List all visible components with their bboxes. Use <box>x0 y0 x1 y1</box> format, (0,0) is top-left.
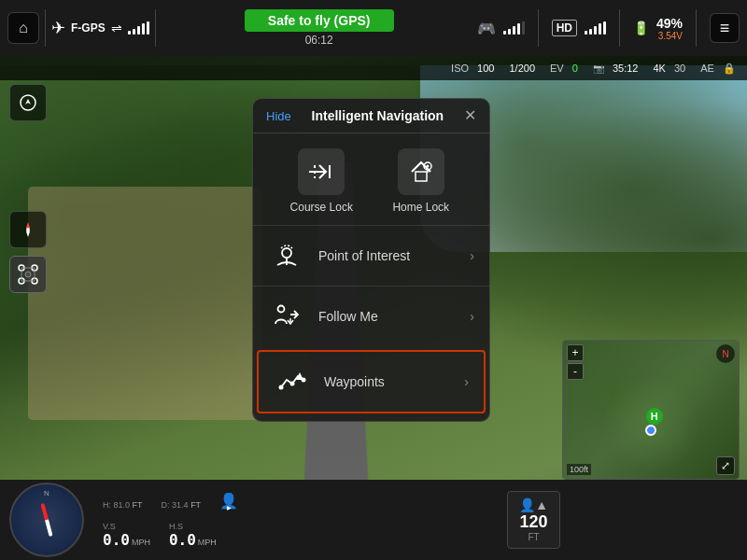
distance-value: 31.4 <box>172 500 189 510</box>
takeoff-button[interactable] <box>9 84 47 121</box>
divider-4 <box>619 9 620 47</box>
intelligent-navigation-modal: Hide Intelligent Navigation ✕ Course Loc… <box>252 98 490 422</box>
hs-label: H.S <box>169 522 217 531</box>
person-icon-display: 👤 ▲ <box>219 492 238 518</box>
shutter-display: 1/200 <box>509 63 535 74</box>
altitude-value: 120 <box>520 512 548 532</box>
svg-rect-14 <box>416 172 427 181</box>
iso-label: ISO <box>451 63 469 74</box>
waypoints-chevron: › <box>464 374 469 389</box>
resolution-value: 4K <box>653 63 665 74</box>
hs-display: H.S 0.0 MPH <box>169 522 217 549</box>
gps-status-badge: Safe to fly (GPS) <box>245 9 394 32</box>
follow-me-item[interactable]: Follow Me › <box>253 286 489 346</box>
svg-point-18 <box>282 248 291 258</box>
course-lock-button[interactable]: Course Lock <box>284 148 359 214</box>
record-time: 35:12 <box>613 63 639 74</box>
svg-point-16 <box>426 165 429 168</box>
point-of-interest-item[interactable]: Point of Interest › <box>253 225 489 286</box>
needle-north <box>40 503 49 520</box>
home-lock-label: Home Lock <box>392 201 449 214</box>
waypoints-label: Waypoints <box>324 374 451 389</box>
hs-value: 0.0 <box>169 531 196 549</box>
map-compass: N <box>716 344 735 363</box>
hd-label: HD <box>552 20 577 36</box>
record-time-display: 📷 35:12 <box>593 63 639 74</box>
battery-percent: 49% <box>656 16 683 31</box>
drone-view-button[interactable] <box>9 256 47 293</box>
fps-value: 30 <box>674 63 685 74</box>
iso-value: 100 <box>477 63 494 74</box>
compass-button[interactable] <box>9 211 47 248</box>
height-label: H: 81.0 FT <box>103 500 143 510</box>
map-zoom-controls: + - <box>567 344 584 380</box>
zoom-out-button[interactable]: - <box>567 363 584 380</box>
height-display: H: 81.0 FT <box>103 500 143 510</box>
zoom-in-button[interactable]: + <box>567 344 584 361</box>
compass-area: N <box>0 480 93 560</box>
modal-top-icons: Course Lock Home Lock <box>253 133 489 225</box>
follow-me-icon <box>268 300 305 333</box>
hs-unit: MPH <box>198 538 217 547</box>
shutter-value: 1/200 <box>509 63 535 74</box>
left-sidebar <box>9 84 50 293</box>
divider-1 <box>45 9 46 47</box>
vs-value: 0.0 <box>103 531 130 549</box>
modal-header: Hide Intelligent Navigation ✕ <box>253 99 489 133</box>
battery-icon: 🔋 <box>633 21 649 35</box>
ae-label: AE <box>700 63 714 74</box>
home-marker: H <box>646 408 663 425</box>
poi-label: Point of Interest <box>318 248 457 263</box>
divider-2 <box>155 9 156 47</box>
battery-voltage: 3.54V <box>658 31 683 41</box>
distance-display: D: 31.4 FT <box>162 500 202 510</box>
resolution-display: 4K 30 <box>653 63 685 74</box>
divider-3 <box>538 9 539 47</box>
divider-5 <box>696 9 697 47</box>
svg-point-20 <box>278 306 285 313</box>
remote-icon: 🎮 <box>477 20 496 37</box>
modal-close-button[interactable]: ✕ <box>464 108 476 123</box>
info-bar: ISO 100 1/200 EV 0 📷 35:12 4K 30 AE 🔒 <box>0 56 747 80</box>
data-row-2: V.S 0.0 MPH H.S 0.0 MPH <box>103 522 498 549</box>
altitude-display: 👤▲ 120 FT <box>507 491 560 549</box>
home-button[interactable]: ⌂ <box>7 12 39 44</box>
course-lock-label: Course Lock <box>290 201 353 214</box>
video-signal <box>585 21 606 35</box>
svg-point-24 <box>290 382 295 386</box>
altitude-icon: 👤▲ <box>519 497 548 512</box>
svg-point-23 <box>279 385 284 390</box>
house-area <box>28 187 261 420</box>
home-lock-button[interactable]: Home Lock <box>384 148 458 214</box>
modal-hide-button[interactable]: Hide <box>266 109 291 123</box>
menu-button[interactable]: ≡ <box>710 13 740 43</box>
gps-label: F-GPS <box>71 21 106 35</box>
distance-label: D: 31.4 FT <box>162 500 202 510</box>
mini-map: H N + - 100ft ⤢ <box>562 340 740 480</box>
data-row-1: H: 81.0 FT D: 31.4 FT 👤 ▲ <box>103 492 498 518</box>
vs-display: V.S 0.0 MPH <box>103 522 150 549</box>
battery-display: 49% 3.54V <box>656 16 683 41</box>
map-fullscreen-button[interactable]: ⤢ <box>716 456 735 475</box>
waypoints-icon <box>274 365 311 399</box>
svg-point-1 <box>26 228 30 231</box>
flight-data: H: 81.0 FT D: 31.4 FT 👤 ▲ V.S <box>93 492 507 549</box>
poi-icon <box>268 239 305 273</box>
gps-status-section: Safe to fly (GPS) 06:12 <box>162 9 477 47</box>
vs-unit: MPH <box>132 538 150 547</box>
waypoints-wrapper: Waypoints › <box>253 346 489 421</box>
needle-south <box>45 519 53 536</box>
flight-timer: 06:12 <box>305 34 333 47</box>
map-scale: 100ft <box>567 464 591 475</box>
ev-label: EV <box>550 63 564 74</box>
lock-icon: 🔒 <box>723 63 736 75</box>
home-lock-icon <box>398 148 444 195</box>
waypoints-item[interactable]: Waypoints › <box>257 350 486 413</box>
drone-signal <box>128 21 149 35</box>
follow-me-chevron: › <box>470 309 474 324</box>
iso-display: ISO 100 <box>451 63 494 74</box>
follow-me-label: Follow Me <box>318 309 457 324</box>
height-value: 81.0 <box>114 500 131 510</box>
vs-label: V.S <box>103 522 150 531</box>
compass-needle <box>40 503 52 537</box>
